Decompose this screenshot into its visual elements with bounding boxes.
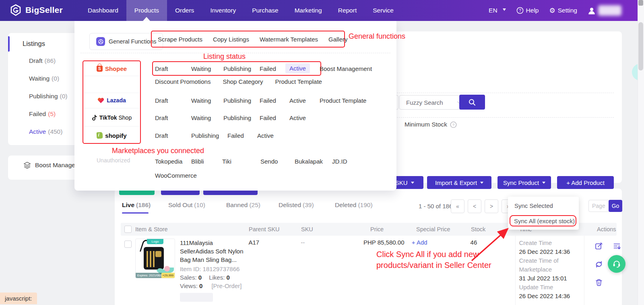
- store-tag-pill[interactable]: [180, 293, 213, 302]
- shopee-status-row: Draft Waiting Publishing Failed Active B…: [155, 63, 372, 74]
- nav-orders[interactable]: Orders: [167, 0, 202, 21]
- page-number-input[interactable]: [588, 200, 611, 212]
- product-title[interactable]: 111Malaysia SellerAdidas Soft Nylon Bag …: [180, 239, 246, 264]
- username-blurred: [598, 5, 621, 16]
- tiktok-publishing[interactable]: Publishing: [223, 114, 260, 121]
- shopee-logo[interactable]: S Shopee: [83, 64, 141, 73]
- product-stats-1: Sales: 0 Likes: 0: [180, 274, 248, 281]
- tiktok-failed[interactable]: Failed: [260, 114, 289, 121]
- scrollbar-thumb[interactable]: [638, 22, 643, 71]
- edit-icon[interactable]: [595, 242, 603, 250]
- shopify-publishing[interactable]: Publishing: [191, 132, 227, 139]
- shopee-publishing[interactable]: Publishing: [223, 65, 260, 72]
- scrollbar-button[interactable]: [638, 0, 643, 6]
- tab-sold-out[interactable]: Sold Out(10): [168, 201, 205, 209]
- shopee-product-template[interactable]: Product Template: [275, 78, 322, 85]
- shopify-logo[interactable]: shopify: [83, 131, 141, 140]
- setting-menu[interactable]: ⚙ Setting: [549, 7, 577, 14]
- lazada-product-template[interactable]: Product Template: [320, 97, 366, 104]
- lazada-waiting[interactable]: Waiting: [191, 97, 223, 104]
- shopee-draft[interactable]: Draft: [155, 65, 191, 72]
- add-product-button[interactable]: + Add Product: [557, 176, 614, 189]
- search-button[interactable]: [459, 95, 485, 110]
- nav-service[interactable]: Service: [365, 0, 402, 21]
- shopee-failed[interactable]: Failed: [260, 65, 289, 72]
- header-item-store: Item & Store: [135, 226, 249, 232]
- tab-live[interactable]: Live(186): [122, 201, 151, 209]
- menu-woocommerce[interactable]: WooCommerce: [155, 172, 197, 179]
- account-menu[interactable]: [588, 5, 621, 16]
- help-menu[interactable]: ? Help: [516, 7, 539, 14]
- shopify-status-row: Draft Publishing Failed Active: [155, 130, 287, 141]
- lazada-publishing[interactable]: Publishing: [223, 97, 260, 104]
- fuzzy-search-select[interactable]: Fuzzy Search: [399, 95, 467, 110]
- select-all-checkbox[interactable]: [124, 226, 132, 233]
- headset-icon: [612, 259, 621, 269]
- menu-bukalapak[interactable]: Bukalapak: [295, 158, 332, 165]
- sku-value: --: [301, 239, 368, 246]
- import-export-button[interactable]: Import & Export: [427, 176, 491, 189]
- sidebar-item-listings[interactable]: Listings: [23, 40, 45, 48]
- sync-product-button[interactable]: Sync Product: [497, 176, 551, 189]
- nav-inventory[interactable]: Inventory: [202, 0, 244, 21]
- go-button[interactable]: Go: [609, 200, 622, 212]
- lazada-failed[interactable]: Failed: [260, 97, 289, 104]
- brand-logo[interactable]: BigSeller: [10, 4, 63, 16]
- shopee-shop-category[interactable]: Shop Category: [223, 78, 263, 85]
- annotation-listing-status: Listing status: [203, 52, 246, 61]
- image-logo-banner: Logo: [147, 239, 163, 244]
- compass-icon: [96, 37, 105, 46]
- table-row: Logo Expires: 2021/06/20 +29,999 111Mala…: [121, 236, 617, 305]
- tiktok-draft[interactable]: Draft: [155, 114, 191, 121]
- nav-report[interactable]: Report: [330, 0, 365, 21]
- chat-support-button[interactable]: [608, 255, 625, 273]
- shopify-failed[interactable]: Failed: [227, 132, 257, 139]
- row-checkbox[interactable]: [124, 241, 132, 248]
- pagination-next-button[interactable]: >: [485, 199, 498, 213]
- navbar-right: EN ? Help ⚙ Setting: [489, 0, 621, 21]
- product-image[interactable]: Logo Expires: 2021/06/20 +29,999: [135, 239, 175, 278]
- tab-deleted[interactable]: Deleted(190): [335, 201, 373, 209]
- lazada-heart-icon: [97, 97, 104, 104]
- menu-tokopedia[interactable]: Tokopedia: [155, 158, 191, 165]
- shopee-waiting[interactable]: Waiting: [191, 65, 223, 72]
- tiktok-shop-logo[interactable]: TikTok Shop: [83, 113, 141, 122]
- tab-banned[interactable]: Banned(25): [226, 201, 260, 209]
- nav-marketing[interactable]: Marketing: [287, 0, 330, 21]
- shopify-draft[interactable]: Draft: [155, 132, 191, 139]
- search-icon: [468, 98, 476, 106]
- pagination-first-button[interactable]: «: [451, 199, 464, 213]
- language-selector[interactable]: EN: [489, 7, 506, 14]
- lazada-active[interactable]: Active: [289, 97, 320, 104]
- shopee-active[interactable]: Active: [285, 63, 310, 73]
- menu-copy-listings[interactable]: Copy Listings: [208, 36, 254, 43]
- menu-tiki[interactable]: Tiki: [222, 158, 260, 165]
- delete-icon[interactable]: [595, 278, 603, 286]
- menu-watermark-templates[interactable]: Watermark Templates: [254, 36, 323, 43]
- sync-selected-option[interactable]: Sync Selected: [514, 202, 553, 209]
- help-tooltip-icon[interactable]: ?: [450, 121, 457, 128]
- brand-name: BigSeller: [25, 5, 63, 15]
- export-list-icon[interactable]: [613, 242, 621, 250]
- lazada-logo[interactable]: Lazada: [83, 95, 141, 105]
- shopee-boost-management[interactable]: Boost Management: [320, 65, 372, 72]
- menu-sendo[interactable]: Sendo: [260, 158, 295, 165]
- nav-products[interactable]: Products: [126, 0, 167, 21]
- menu-scrape-products[interactable]: Scrape Products: [153, 36, 208, 43]
- sync-all-option[interactable]: Sync All (except stock): [514, 218, 575, 224]
- sync-icon[interactable]: [595, 260, 603, 268]
- menu-jdid[interactable]: JD.ID: [332, 158, 347, 165]
- nav-dashboard[interactable]: Dashboard: [80, 0, 126, 21]
- pagination-prev-button[interactable]: <: [468, 199, 481, 213]
- lazada-draft[interactable]: Draft: [155, 97, 191, 104]
- sidebar-item-boost-manage[interactable]: Boost Manage: [23, 162, 75, 169]
- shopee-discount-promotions[interactable]: Discount Promotions: [155, 78, 211, 85]
- products-mega-menu: General Functions Scrape Products Copy L…: [74, 21, 396, 191]
- tab-delisted[interactable]: Delisted(39): [279, 201, 314, 209]
- shopify-active[interactable]: Active: [257, 132, 287, 139]
- menu-blibli[interactable]: Blibli: [191, 158, 222, 165]
- tiktok-active[interactable]: Active: [289, 114, 320, 121]
- add-special-price-link[interactable]: + Add: [412, 239, 427, 246]
- nav-purchase[interactable]: Purchase: [244, 0, 286, 21]
- tiktok-waiting[interactable]: Waiting: [191, 114, 223, 121]
